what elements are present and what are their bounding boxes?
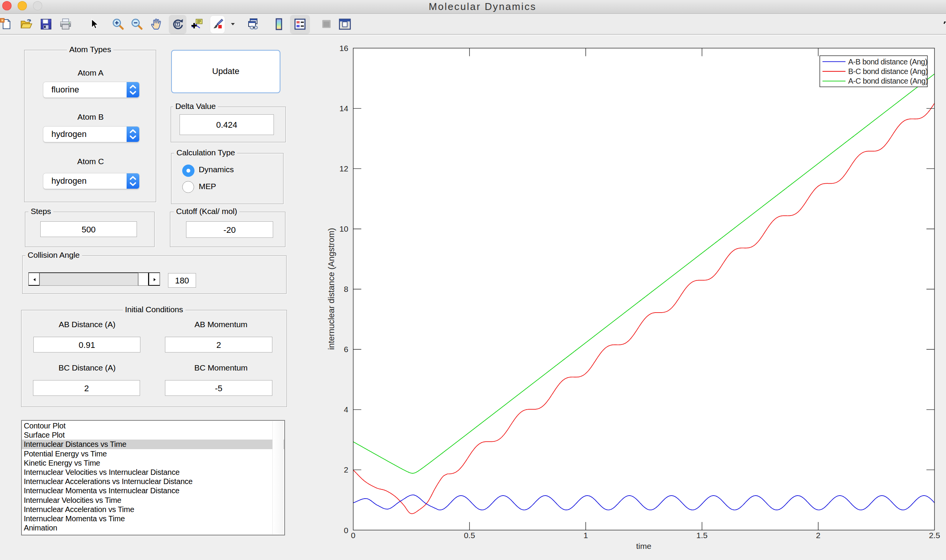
svg-text:internuclear distance (Angstro: internuclear distance (Angstrom) — [326, 228, 336, 350]
svg-text:2: 2 — [816, 531, 821, 540]
svg-text:0: 0 — [351, 531, 356, 540]
svg-text:B-C bond distance (Ang): B-C bond distance (Ang) — [848, 67, 928, 76]
svg-text:2: 2 — [344, 465, 348, 474]
svg-text:16: 16 — [340, 44, 348, 53]
svg-text:10: 10 — [340, 224, 348, 233]
svg-text:0: 0 — [344, 526, 348, 535]
svg-text:time: time — [636, 542, 651, 550]
svg-text:4: 4 — [344, 405, 348, 414]
svg-text:14: 14 — [340, 104, 349, 113]
svg-text:12: 12 — [340, 164, 348, 173]
svg-text:1: 1 — [583, 531, 588, 540]
svg-text:0.5: 0.5 — [464, 531, 475, 540]
svg-text:2.5: 2.5 — [929, 531, 940, 540]
svg-text:1.5: 1.5 — [696, 531, 707, 540]
svg-text:A-B bond distance (Ang): A-B bond distance (Ang) — [848, 58, 927, 66]
svg-text:A-C bond distance (Ang): A-C bond distance (Ang) — [848, 77, 928, 85]
svg-text:8: 8 — [344, 285, 348, 293]
svg-text:6: 6 — [344, 345, 348, 354]
